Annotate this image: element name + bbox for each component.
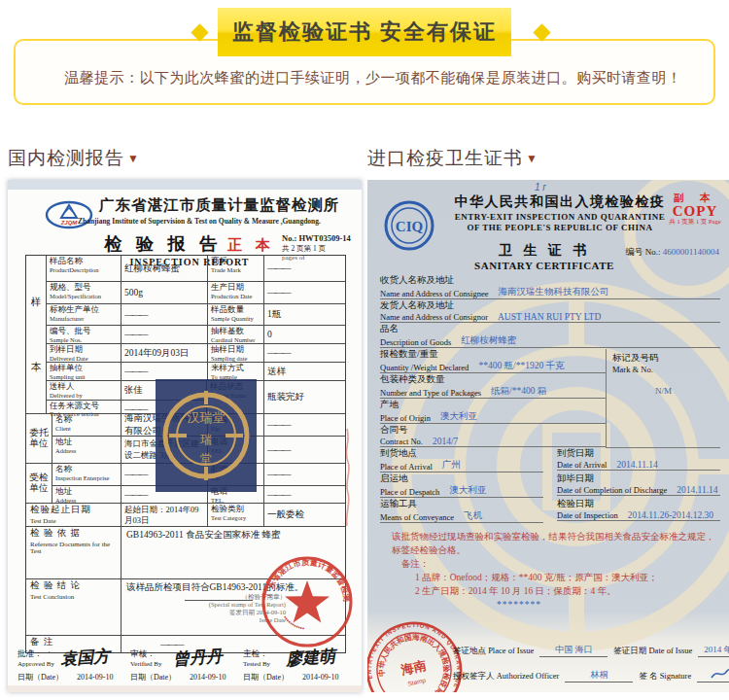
pen-annotation: 1 r xyxy=(535,182,546,192)
certificate-title-en: SANITARY CERTIFICATE xyxy=(437,260,651,271)
original-copy-mark: 正 本 xyxy=(227,237,275,253)
paper-edge xyxy=(8,180,362,190)
signature: 曾丹丹 xyxy=(172,645,223,671)
agency-name: 中华人民共和国出入境检验检疫 xyxy=(437,193,682,211)
svg-text:CIQ: CIQ xyxy=(396,219,424,234)
signature-scribble-icon xyxy=(710,666,729,682)
table-row: 检验起止日期Test Date 起始日期：2014年09月03日 完检日期：20… xyxy=(26,503,345,526)
table-side-label: 委托单位 xyxy=(26,414,52,463)
certificate-title: 卫 生 证 书 xyxy=(437,242,651,260)
report-number: No.: HWT03509-14 xyxy=(282,233,356,243)
issue-place: 中国 海口 xyxy=(539,644,608,657)
field-pair: 到货地点 Place of Arrival广州 到货日期 Date of Arr… xyxy=(380,448,720,473)
red-margin-mark xyxy=(338,425,356,532)
field-origin: 产地 Place of Origin澳大利亚 xyxy=(380,400,606,424)
sanitary-certificate: 1 r CIQ 中华人民共和国出入境检验检疫 ENTRY-EXIT INSPEC… xyxy=(367,180,729,692)
field-quantity: 报检数量/重量 Quantity /Weight Declared**400 瓶… xyxy=(380,349,606,373)
field-pair: 运输工具 Means of Conveyance飞机 检验日期 Date of … xyxy=(380,499,720,524)
signature-block: 主检：Tested By 廖建萌 日期（Date）2014-09-10 xyxy=(243,648,356,668)
institute-name-en: Zhanjiang Institute of Supervision & Tes… xyxy=(78,217,321,226)
field-consignee: 收货人名称及地址 Name and Address of Consignee海南… xyxy=(380,275,720,299)
banner: 监督检验证书 安全有保证 xyxy=(218,8,511,56)
table-row: 样品名称ProductDescription 红柳桉树蜂蜜 商标Trade Ma… xyxy=(47,256,345,281)
issue-date: 2014 年 12 月 3 日 xyxy=(698,644,729,657)
table-side-label: 受检单位 xyxy=(26,464,52,503)
report-pages: 共 2 页第 1 页 xyxy=(282,244,356,254)
banner-title: 监督检验证书 安全有保证 xyxy=(232,18,497,47)
page: 温馨提示：以下为此次蜂蜜的进口手续证明，少一项都不能确保是原装进口。购买时请查明… xyxy=(0,0,729,700)
field-pair: 启运地 Place of Despatch澳大利亚 卸毕日期 Date of C… xyxy=(380,473,720,499)
copy-mark: 副 本 COPY 共 1 页第 1 页 Page xyxy=(665,192,725,227)
zjqm-logo-icon: ZJQM xyxy=(45,199,93,230)
institute-name: 广东省湛江市质量计量监督检测所 xyxy=(99,195,340,216)
table-row: 抽样单位Sampling unit ——— 来样方式To sample 送样 xyxy=(47,362,345,380)
svg-text:Stamp: Stamp xyxy=(407,677,427,688)
authorized-officer: 林桐 xyxy=(565,669,633,682)
field-contract: 合同号 Contract No.2014/7 xyxy=(380,425,606,447)
section-title-label: 国内检测报告 xyxy=(8,148,124,168)
signatures-footer: 批准：Approved By 袁国方 日期（Date）2014-09-10 审核… xyxy=(17,648,356,668)
section-title-domestic-report[interactable]: 国内检测报告▼ xyxy=(8,146,140,171)
agency-name-en1: ENTRY-EXIT INSPECTION AND QUARANTINE xyxy=(437,212,682,222)
agency-name-en2: OF THE PEOPLE'S REPUBLIC OF CHINA xyxy=(437,223,682,232)
table-row: 编号、批号Sample Nos. ——— 抽样基数Cardinal Number… xyxy=(47,325,345,343)
table-side-label: 样 本 xyxy=(26,256,46,413)
issue-footer: 签证地点 Place of Issue 中国 海口 签证日期 Date of I… xyxy=(453,635,723,682)
paper-edge xyxy=(8,685,362,692)
svg-text:ZJQM: ZJQM xyxy=(60,220,79,226)
field-consignor: 发货人名称及地址 Name and Address of ConsignorAU… xyxy=(380,300,720,323)
officer-signature xyxy=(697,666,729,682)
signature-block: 审核：Verified By 曾丹丹 日期（Date）2014-09-10 xyxy=(130,648,243,668)
domestic-inspection-report: ZJQM 广东省湛江市质量计量监督检测所 Zhanjiang Institute… xyxy=(8,180,362,692)
inspection-stamp-seal: 广东省湛江市质量计量监督检测所 ••••••••••• xyxy=(259,553,356,650)
mark-and-no-box: 标记及号码 Mark & No. N/M xyxy=(606,349,720,448)
certificate-number: 编号 No.: 4600001140004 xyxy=(626,246,719,259)
section-title-import-certificate[interactable]: 进口检疫卫生证书▼ xyxy=(367,146,538,171)
signature-block: 批准：Approved By 袁国方 日期（Date）2014-09-10 xyxy=(17,648,130,668)
notice-text: 温馨提示：以下为此次蜂蜜的进口手续证明，少一项都不能确保是原装进口。购买时请查明… xyxy=(64,69,682,88)
svg-text:瑞: 瑞 xyxy=(200,433,212,446)
signature: 袁国方 xyxy=(59,645,110,671)
hanrui-watermark: 汉瑞堂 瑞 堂 xyxy=(156,379,257,492)
table-row: 规格、型号Model/Specification 500g 生产日期Produc… xyxy=(47,281,345,303)
svg-text:•••••••••••: ••••••••••• xyxy=(282,614,305,632)
report-title: 检 验 报 告 xyxy=(104,234,222,254)
signature: 廖建萌 xyxy=(285,645,335,671)
ciq-logo-icon: CIQ xyxy=(383,199,435,252)
field-packages: 包装种类及数量 Number and Type of Packages纸箱/**… xyxy=(380,374,606,399)
field-goods: 品名 Description of Goods红柳桉树蜂蜜 xyxy=(380,324,720,348)
svg-text:海南: 海南 xyxy=(399,658,428,678)
svg-text:汉瑞堂: 汉瑞堂 xyxy=(188,410,226,425)
chevron-down-icon: ▼ xyxy=(127,152,140,165)
chevron-down-icon: ▼ xyxy=(526,152,538,165)
svg-text:堂: 堂 xyxy=(200,452,212,466)
table-row: 到样日期Delivered Date 2014年09月03日 抽样日期Sampl… xyxy=(47,343,345,362)
section-title-label: 进口检疫卫生证书 xyxy=(367,148,523,168)
inspection-statement: 该批货物经过现场查验和实验室检验，结果符合我国相关食品安全标准之规定，标签经检验… xyxy=(380,530,720,612)
table-row: 标称生产单位Manufacturer ——— 样品数量Sample Quanti… xyxy=(47,303,345,325)
